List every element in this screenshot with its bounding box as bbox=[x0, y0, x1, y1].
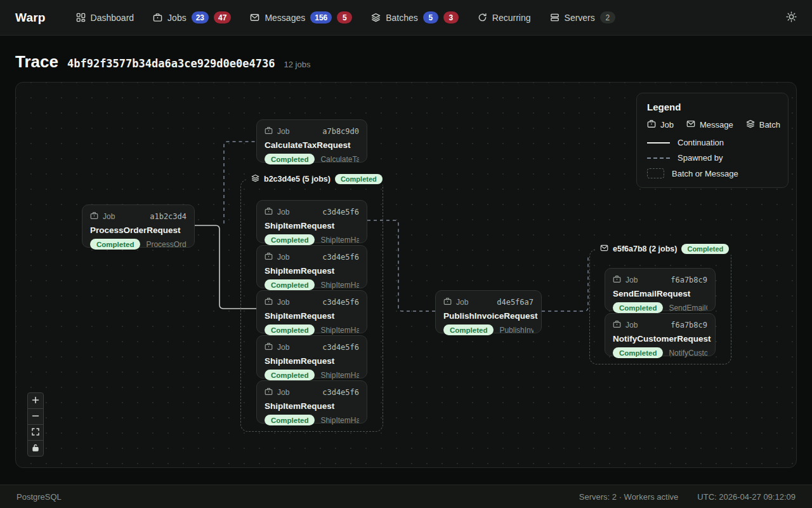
node-kind: Job bbox=[277, 388, 289, 397]
legend-message: Message bbox=[686, 119, 733, 130]
status-badge: Completed bbox=[265, 154, 315, 164]
nav-servers[interactable]: Servers 2 bbox=[550, 11, 615, 23]
briefcase-icon bbox=[265, 387, 273, 398]
envelope-icon bbox=[686, 119, 695, 130]
layers-icon bbox=[371, 13, 381, 22]
nav-jobs[interactable]: Jobs 23 47 bbox=[153, 11, 231, 23]
status-badge: Completed bbox=[443, 324, 494, 335]
briefcase-icon bbox=[443, 297, 452, 308]
node-id: a1b2c3d4 bbox=[150, 212, 187, 221]
node-title: NotifyCustomerRequest bbox=[613, 334, 707, 344]
utc-clock: UTC: 2026-04-27 09:12:09 bbox=[697, 492, 796, 502]
envelope-icon bbox=[250, 13, 259, 22]
node-id: d4e5f6a7 bbox=[497, 298, 534, 307]
node-kind: Job bbox=[277, 253, 289, 262]
job-node-calculate-tax[interactable]: Job a7b8c9d0 CalculateTaxRequest Complet… bbox=[256, 119, 367, 163]
node-title: ShipItemRequest bbox=[265, 401, 359, 411]
node-title: ShipItemRequest bbox=[265, 311, 359, 321]
trace-id: 4bf92f3577b34da6a3ce929d0e0e4736 bbox=[67, 57, 275, 70]
batches-active-badge: 5 bbox=[423, 11, 438, 23]
node-kind: Job bbox=[277, 208, 289, 217]
plus-icon bbox=[32, 396, 39, 406]
servers-status: Servers: 2 · Workers active bbox=[579, 492, 679, 502]
briefcase-icon bbox=[265, 206, 273, 218]
fullscreen-icon bbox=[32, 428, 39, 438]
status-badge: Completed bbox=[265, 324, 315, 335]
node-id: c3d4e5f6 bbox=[322, 388, 359, 397]
status-badge: Completed bbox=[265, 415, 315, 425]
app-logo: Warp bbox=[15, 11, 46, 25]
legend-batch-or-message: Batch or Message bbox=[647, 168, 778, 178]
nav-servers-label: Servers bbox=[565, 13, 595, 23]
page-header: Trace 4bf92f3577b34da6a3ce929d0e0e4736 1… bbox=[15, 52, 797, 72]
message-group-header[interactable]: e5f6a7b8 (2 jobs) Completed bbox=[595, 243, 734, 255]
node-handler: SendEmailComm… bbox=[669, 304, 707, 312]
node-kind: Job bbox=[277, 298, 289, 307]
nav-dashboard[interactable]: Dashboard bbox=[76, 13, 134, 23]
node-title: ShipItemRequest bbox=[265, 221, 359, 231]
node-title: ProcessOrderRequest bbox=[90, 225, 187, 235]
job-node-publish-invoice[interactable]: Job d4e5f6a7 PublishInvoiceRequest Compl… bbox=[435, 290, 542, 333]
job-node-ship-item-5[interactable]: Job c3d4e5f6 ShipItemRequest Completed S… bbox=[256, 380, 367, 424]
nav-messages[interactable]: Messages 156 5 bbox=[250, 11, 352, 23]
briefcase-icon bbox=[265, 342, 273, 353]
node-title: ShipItemRequest bbox=[265, 266, 359, 276]
node-id: c3d4e5f6 bbox=[322, 343, 359, 352]
node-id: c3d4e5f6 bbox=[322, 208, 359, 217]
node-handler: ShipItemHandler bbox=[320, 416, 359, 425]
zoom-in-button[interactable] bbox=[27, 392, 44, 409]
lock-toggle-button[interactable] bbox=[27, 440, 44, 457]
theme-toggle-button[interactable] bbox=[786, 11, 797, 24]
nav-recurring[interactable]: Recurring bbox=[478, 13, 531, 23]
node-kind: Job bbox=[277, 127, 289, 136]
zoom-out-button[interactable] bbox=[27, 408, 44, 425]
batch-group-header[interactable]: b2c3d4e5 (5 jobs) Completed bbox=[246, 173, 388, 185]
node-kind: Job bbox=[456, 298, 468, 307]
nav-batches[interactable]: Batches 5 3 bbox=[371, 11, 459, 23]
nav-dashboard-label: Dashboard bbox=[91, 13, 134, 23]
fit-view-button[interactable] bbox=[27, 424, 44, 441]
node-kind: Job bbox=[625, 276, 638, 284]
messages-failed-badge: 5 bbox=[337, 11, 352, 23]
briefcase-icon bbox=[613, 319, 621, 331]
node-handler: NotifyCustomerH… bbox=[669, 349, 707, 358]
servers-count-badge: 2 bbox=[600, 11, 615, 23]
jobs-failed-badge: 47 bbox=[214, 11, 231, 23]
status-badge: Completed bbox=[613, 302, 663, 313]
top-nav: Warp Dashboard Jobs 23 47 Messages 156 5… bbox=[0, 0, 812, 36]
job-node-ship-item-1[interactable]: Job c3d4e5f6 ShipItemRequest Completed S… bbox=[256, 200, 367, 243]
dashed-rect-swatch bbox=[647, 168, 664, 178]
legend-job-label: Job bbox=[660, 120, 674, 130]
trace-graph-canvas[interactable]: Legend Job Message Batch Continuation Sp… bbox=[15, 82, 797, 468]
node-kind: Job bbox=[103, 212, 115, 221]
briefcase-icon bbox=[153, 13, 162, 22]
job-node-process-order[interactable]: Job a1b2c3d4 ProcessOrderRequest Complet… bbox=[82, 204, 195, 248]
nav-messages-label: Messages bbox=[265, 13, 305, 23]
unlock-icon bbox=[32, 444, 39, 453]
node-handler: ShipItemHandler bbox=[320, 281, 359, 290]
job-node-ship-item-4[interactable]: Job c3d4e5f6 ShipItemRequest Completed S… bbox=[256, 335, 367, 378]
node-id: f6a7b8c9 bbox=[671, 276, 707, 284]
status-badge: Completed bbox=[265, 370, 315, 380]
legend-batch-or-message-label: Batch or Message bbox=[672, 169, 738, 178]
node-id: a7b8c9d0 bbox=[322, 127, 359, 136]
job-node-ship-item-2[interactable]: Job c3d4e5f6 ShipItemRequest Completed S… bbox=[256, 245, 367, 288]
briefcase-icon bbox=[90, 211, 98, 222]
legend-job: Job bbox=[647, 119, 674, 130]
briefcase-icon bbox=[613, 274, 621, 286]
legend-spawned-by: Spawned by bbox=[647, 153, 778, 163]
job-node-notify-customer[interactable]: Job f6a7b8c9 NotifyCustomerRequest Compl… bbox=[605, 313, 716, 356]
legend-message-label: Message bbox=[700, 120, 733, 130]
node-id: c3d4e5f6 bbox=[322, 253, 359, 262]
node-handler: ProcessOrderHan… bbox=[146, 240, 187, 249]
job-node-ship-item-3[interactable]: Job c3d4e5f6 ShipItemRequest Completed S… bbox=[256, 290, 367, 333]
nav-jobs-label: Jobs bbox=[167, 13, 187, 23]
batches-failed-badge: 3 bbox=[443, 11, 459, 23]
spawned-line-swatch bbox=[647, 157, 670, 159]
envelope-icon bbox=[600, 243, 608, 255]
job-node-send-email[interactable]: Job f6a7b8c9 SendEmailRequest Completed … bbox=[605, 268, 716, 311]
server-icon bbox=[550, 13, 560, 22]
legend-batch: Batch bbox=[746, 119, 780, 130]
sun-icon bbox=[786, 11, 797, 24]
node-handler: ShipItemHandler bbox=[320, 236, 359, 244]
